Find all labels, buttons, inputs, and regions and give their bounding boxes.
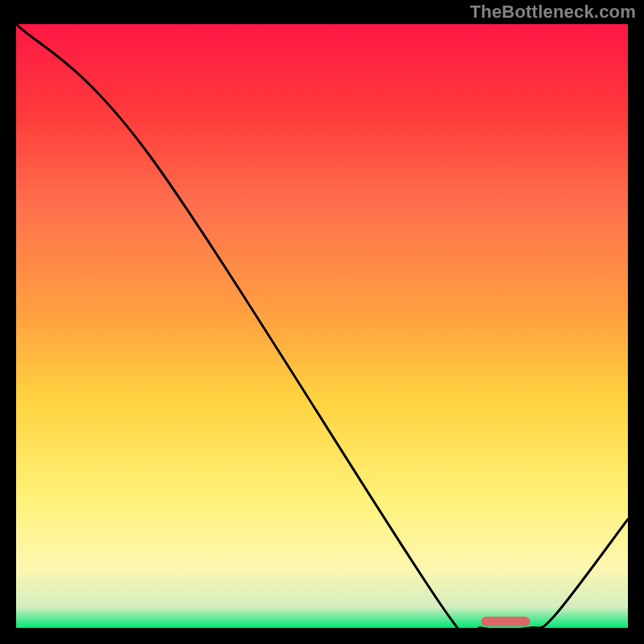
watermark-text: TheBottleneck.com [470, 2, 636, 23]
chart-container: TheBottleneck.com [0, 0, 644, 644]
optimal-marker [481, 617, 530, 626]
plot-background [16, 24, 628, 628]
bottleneck-chart [16, 24, 628, 628]
